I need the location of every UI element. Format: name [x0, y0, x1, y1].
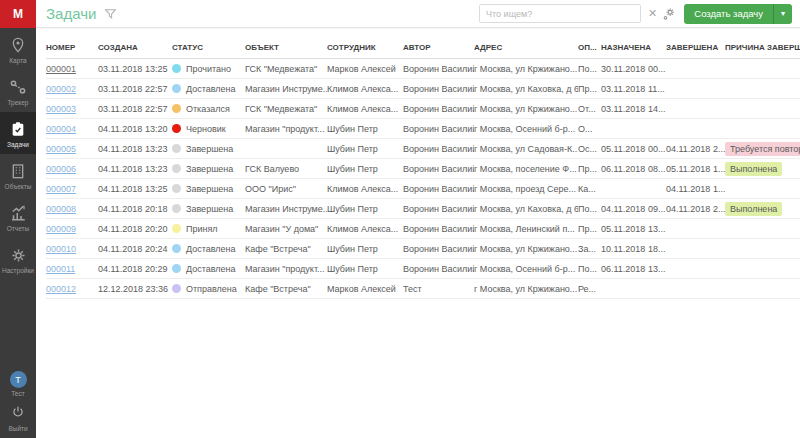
status-dot: [172, 64, 181, 73]
power-icon: [11, 405, 25, 423]
create-task-dropdown-caret[interactable]: ▾: [773, 4, 792, 24]
status-label: Черновик: [186, 124, 226, 134]
task-employee-cell: Шубин Петр: [327, 159, 403, 179]
column-header-7[interactable]: ОП...: [578, 38, 601, 59]
column-header-6[interactable]: АДРЕС: [474, 38, 578, 59]
create-task-button[interactable]: Создать задачу ▾: [684, 4, 792, 24]
page-title: Задачи: [46, 5, 96, 22]
app-logo[interactable]: М: [0, 0, 36, 28]
status-label: Отправлена: [186, 284, 237, 294]
column-header-9[interactable]: ЗАВЕРШЕНА: [666, 38, 725, 59]
clear-search-icon[interactable]: ✕: [648, 8, 657, 19]
task-number-link[interactable]: 000005: [46, 144, 76, 154]
task-employee-cell: Климов Алекса...: [327, 219, 403, 239]
table-row[interactable]: 00000804.11.2018 20:18ЗавершенаМагазин И…: [46, 199, 800, 219]
task-number-link[interactable]: 000003: [46, 104, 76, 114]
task-reason-cell: [725, 79, 800, 99]
user-avatar[interactable]: Т: [10, 371, 27, 388]
table-row[interactable]: 00000604.11.2018 13:23ЗавершенаГСК Валуе…: [46, 159, 800, 179]
table-row[interactable]: 00001212.12.2018 23:36ОтправленаКафе "Вс…: [46, 279, 800, 299]
task-completed-cell: [666, 79, 725, 99]
task-assigned-cell: 03.11.2018 11...: [601, 79, 666, 99]
task-number-link[interactable]: 000001: [46, 64, 76, 74]
clipboard-icon: [8, 119, 28, 139]
sidebar-item-settings[interactable]: Настройки: [0, 238, 36, 280]
column-header-4[interactable]: СОТРУДНИК: [327, 38, 403, 59]
task-object-cell: Магазин "продукт...: [245, 119, 327, 139]
column-header-10[interactable]: ПРИЧИНА ЗАВЕРШЕ...: [725, 38, 800, 59]
status-dot: [172, 184, 181, 193]
table-row[interactable]: 00000704.11.2018 13:25ЗавершенаООО "Ирис…: [46, 179, 800, 199]
task-number-link[interactable]: 000012: [46, 284, 76, 294]
task-created-cell: 03.11.2018 13:25: [98, 59, 172, 79]
task-created-cell: 04.11.2018 20:20: [98, 219, 172, 239]
task-object-cell: Магазин "У дома": [245, 219, 327, 239]
task-number-link[interactable]: 000006: [46, 164, 76, 174]
column-header-1[interactable]: СОЗДАНА: [98, 38, 172, 59]
task-number-link[interactable]: 000007: [46, 184, 76, 194]
sidebar-item-tracker[interactable]: Трекер: [0, 70, 36, 112]
task-number-link[interactable]: 000004: [46, 124, 76, 134]
task-address-cell: г Москва, ул Садовая-К...: [474, 139, 578, 159]
task-employee-cell: Климов Алекса...: [327, 99, 403, 119]
page-header: Задачи ✕ Создать задачу ▾: [36, 0, 800, 28]
task-reason-cell: [725, 279, 800, 299]
task-object-cell: Кафе "Встреча": [245, 239, 327, 259]
sidebar-item-tasks[interactable]: Задачи: [0, 112, 36, 154]
task-number-link[interactable]: 000008: [46, 204, 76, 214]
task-reason-cell: [725, 179, 800, 199]
task-address-cell: г Москва, ул Кржижано...: [474, 59, 578, 79]
task-completed-cell: 04.11.2018 2...: [666, 199, 725, 219]
table-row[interactable]: 00001004.11.2018 20:24ДоставленаКафе "Вс…: [46, 239, 800, 259]
column-header-3[interactable]: ОБЪЕКТ: [245, 38, 327, 59]
task-address-cell: г Москва, ул Каховка, д 6: [474, 199, 578, 219]
table-row[interactable]: 00000904.11.2018 20:20ПринялМагазин "У д…: [46, 219, 800, 239]
task-number-link[interactable]: 000010: [46, 244, 76, 254]
logout-label: Выйти: [8, 425, 27, 432]
table-row[interactable]: 00000404.11.2018 13:20ЧерновикМагазин "п…: [46, 119, 800, 139]
sidebar-bottom: Т Тест Выйти: [0, 371, 36, 432]
tasks-table: НОМЕРСОЗДАНАСТАТУСОБЪЕКТСОТРУДНИКАВТОРАД…: [46, 38, 800, 299]
table-row[interactable]: 00000303.11.2018 22:57ОтказалсяГСК "Медв…: [46, 99, 800, 119]
sidebar-nav: КартаТрекерЗадачиОбъектыОтчетыНастройки: [0, 28, 36, 280]
sidebar-item-label: Карта: [9, 57, 26, 64]
table-row[interactable]: 00000103.11.2018 13:25ПрочитаноГСК "Медв…: [46, 59, 800, 79]
task-author-cell: Воронин Василий: [403, 59, 474, 79]
filter-icon[interactable]: [104, 7, 117, 20]
status-dot: [172, 244, 181, 253]
table-row[interactable]: 00000203.11.2018 22:57ДоставленаМагазин …: [46, 79, 800, 99]
task-completed-cell: [666, 239, 725, 259]
task-reason-cell: [725, 259, 800, 279]
status-label: Завершена: [186, 164, 233, 174]
search-settings-icon[interactable]: [662, 7, 676, 21]
task-assigned-cell: 05.11.2018 00...: [601, 139, 666, 159]
sidebar-item-reports[interactable]: Отчеты: [0, 196, 36, 238]
chart-icon: [8, 203, 28, 223]
column-header-5[interactable]: АВТОР: [403, 38, 474, 59]
table-row[interactable]: 00000504.11.2018 13:23ЗавершенаШубин Пет…: [46, 139, 800, 159]
column-header-2[interactable]: СТАТУС: [172, 38, 245, 59]
sidebar-item-label: Настройки: [2, 267, 34, 274]
task-reason-cell: [725, 99, 800, 119]
logout-button[interactable]: Выйти: [8, 405, 27, 432]
task-reason-cell: Требуется повторный: [725, 139, 800, 159]
column-header-8[interactable]: НАЗНАЧЕНА: [601, 38, 666, 59]
task-reason-cell: [725, 219, 800, 239]
search-input[interactable]: [479, 4, 641, 23]
table-row[interactable]: 00001104.11.2018 20:29ДоставленаМагазин …: [46, 259, 800, 279]
sidebar-item-objects[interactable]: Объекты: [0, 154, 36, 196]
task-description-cell: За...: [578, 239, 601, 259]
sidebar-item-map[interactable]: Карта: [0, 28, 36, 70]
column-header-0[interactable]: НОМЕР: [46, 38, 98, 59]
table-header-row: НОМЕРСОЗДАНАСТАТУСОБЪЕКТСОТРУДНИКАВТОРАД…: [46, 38, 800, 59]
task-number-link[interactable]: 000009: [46, 224, 76, 234]
task-employee-cell: Шубин Петр: [327, 119, 403, 139]
tracker-icon: [8, 77, 28, 97]
task-employee-cell: Шубин Петр: [327, 259, 403, 279]
task-number-link[interactable]: 000011: [46, 264, 75, 274]
task-assigned-cell: 03.11.2018 14...: [601, 99, 666, 119]
task-created-cell: 04.11.2018 20:24: [98, 239, 172, 259]
task-created-cell: 03.11.2018 22:57: [98, 79, 172, 99]
task-number-link[interactable]: 000002: [46, 84, 76, 94]
task-assigned-cell: 06.11.2018 13...: [601, 259, 666, 279]
